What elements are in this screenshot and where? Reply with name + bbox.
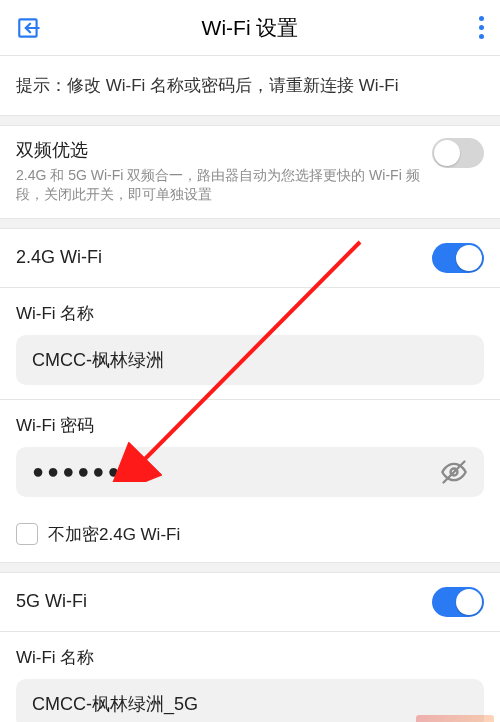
band5-toggle-row: 5G Wi-Fi xyxy=(0,573,500,632)
band5-name-input[interactable]: CMCC-枫林绿洲_5G xyxy=(16,679,484,722)
no-encrypt-label: 不加密2.4G Wi-Fi xyxy=(48,523,180,546)
page-title: Wi-Fi 设置 xyxy=(0,14,500,42)
dual-band-title: 双频优选 xyxy=(16,138,422,162)
band24-password-label: Wi-Fi 密码 xyxy=(16,414,484,437)
band24-name-value: CMCC-枫林绿洲 xyxy=(32,348,468,372)
band24-toggle-label: 2.4G Wi-Fi xyxy=(16,247,102,268)
band24-password-value: ●●●●●●●● xyxy=(32,460,440,483)
band5-name-label: Wi-Fi 名称 xyxy=(16,646,484,669)
band24-toggle-row: 2.4G Wi-Fi xyxy=(0,229,500,288)
checkbox-icon[interactable] xyxy=(16,523,38,545)
app-header: Wi-Fi 设置 xyxy=(0,0,500,56)
watermark-icon xyxy=(416,715,494,722)
band24-password-group: Wi-Fi 密码 ●●●●●●●● xyxy=(0,400,500,511)
section-divider xyxy=(0,116,500,126)
band5-toggle-label: 5G Wi-Fi xyxy=(16,591,87,612)
band24-password-input[interactable]: ●●●●●●●● xyxy=(16,447,484,497)
section-divider xyxy=(0,563,500,573)
dual-band-toggle[interactable] xyxy=(432,138,484,168)
band5-name-value: CMCC-枫林绿洲_5G xyxy=(32,692,468,716)
dual-band-subtitle: 2.4G 和 5G Wi-Fi 双频合一，路由器自动为您选择更快的 Wi-Fi … xyxy=(16,166,422,204)
eye-off-icon[interactable] xyxy=(440,458,468,486)
band5-name-group: Wi-Fi 名称 CMCC-枫林绿洲_5G xyxy=(0,632,500,722)
more-menu-icon[interactable] xyxy=(479,16,484,39)
tip-text: 提示：修改 Wi-Fi 名称或密码后，请重新连接 Wi-Fi xyxy=(0,56,500,116)
back-icon[interactable] xyxy=(16,15,42,41)
band24-name-group: Wi-Fi 名称 CMCC-枫林绿洲 xyxy=(0,288,500,400)
section-divider xyxy=(0,219,500,229)
band24-name-input[interactable]: CMCC-枫林绿洲 xyxy=(16,335,484,385)
dual-band-row: 双频优选 2.4G 和 5G Wi-Fi 双频合一，路由器自动为您选择更快的 W… xyxy=(0,126,500,219)
band24-name-label: Wi-Fi 名称 xyxy=(16,302,484,325)
no-encrypt-row[interactable]: 不加密2.4G Wi-Fi xyxy=(0,511,500,563)
band5-toggle[interactable] xyxy=(432,587,484,617)
band24-toggle[interactable] xyxy=(432,243,484,273)
